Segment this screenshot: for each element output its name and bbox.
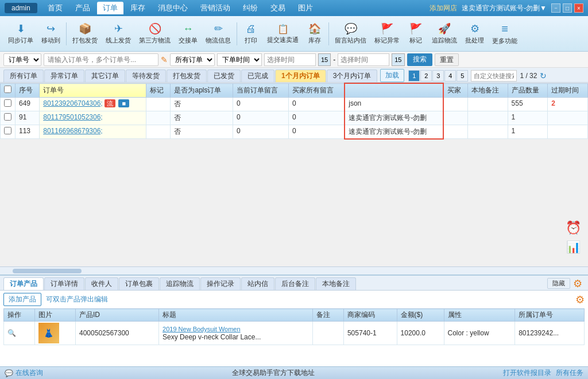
edit-icon[interactable]: ✎ xyxy=(161,55,168,64)
toolbar-online-ship[interactable]: ✈ 线上发货 xyxy=(102,21,134,47)
toolbar-message[interactable]: 💬 留言站内信 xyxy=(331,21,370,47)
alarm-icon[interactable]: ⏰ xyxy=(566,221,581,235)
date-start-calendar[interactable]: 15 xyxy=(318,53,331,66)
search-product-icon[interactable]: 🔍 xyxy=(7,329,16,337)
chart-icon[interactable]: 📊 xyxy=(566,240,581,254)
online-consult[interactable]: 💬 在线咨询 xyxy=(5,368,43,378)
settings-icon[interactable]: ⚙ xyxy=(573,277,582,290)
product-col-id: 产品ID xyxy=(76,309,159,322)
toolbar-batch[interactable]: ⚙ 批处理 xyxy=(462,21,488,47)
add-product-button[interactable]: 添加产品 xyxy=(3,293,41,306)
product-action-cell[interactable]: 🔍 xyxy=(4,322,35,345)
select-all-checkbox[interactable] xyxy=(4,86,11,93)
order-type-select[interactable]: 所有订单 xyxy=(170,53,215,66)
tab-all-orders[interactable]: 所有订单 xyxy=(3,69,44,82)
bottom-tab-details[interactable]: 订单详情 xyxy=(44,277,84,290)
hide-panel-button[interactable]: 隐藏 xyxy=(547,278,570,289)
product-col-attr: 属性 xyxy=(444,309,515,322)
tab-completed[interactable]: 已完成 xyxy=(241,69,274,82)
load-button[interactable]: 加载 xyxy=(380,69,404,82)
search-input[interactable] xyxy=(44,53,158,66)
row-checkbox[interactable] xyxy=(1,111,16,125)
open-dir-button[interactable]: 打开软件报目录 xyxy=(503,368,551,378)
add-store-link[interactable]: 添加网店 xyxy=(430,3,457,13)
tab-abnormal-orders[interactable]: 异常订单 xyxy=(44,69,84,82)
bottom-tab-receiver[interactable]: 收件人 xyxy=(85,277,118,290)
row-local-note xyxy=(467,97,508,111)
toolbar-pack[interactable]: 📦 打包发货 xyxy=(69,21,101,47)
search-button[interactable]: 搜索 xyxy=(407,53,432,66)
toolbar-print[interactable]: 🖨 打印 xyxy=(239,21,262,47)
toolbar-handover[interactable]: ↔ 交接单 xyxy=(175,21,201,47)
bottom-panel: 订单产品 订单详情 收件人 订单包裹 追踪物流 操作记录 站内信 后台备注 本地… xyxy=(0,274,588,366)
tab-packed[interactable]: 打包发货 xyxy=(167,69,207,82)
bottom-tab-tracking[interactable]: 追踪物流 xyxy=(160,277,200,290)
toolbar-stock[interactable]: 🏠 库存 xyxy=(303,21,326,47)
nav-marketing[interactable]: 营销活动 xyxy=(195,2,236,14)
order-link[interactable]: 801239206704306; xyxy=(43,99,102,107)
nav-order[interactable]: 订单 xyxy=(97,2,123,14)
minimize-button[interactable]: － xyxy=(551,3,560,13)
col-expiry: 过期时间 xyxy=(548,83,588,97)
refresh-button[interactable]: ↻ xyxy=(540,71,547,80)
nav-inventory[interactable]: 库存 xyxy=(125,2,151,14)
toolbar-flag-abnormal[interactable]: 🚩 标记异常 xyxy=(371,21,403,47)
toolbar-third-party[interactable]: 🚫 第三方物流 xyxy=(136,21,174,47)
toolbar-logistics[interactable]: ✏ 物流信息 xyxy=(202,21,234,47)
reset-button[interactable]: 重置 xyxy=(435,53,459,66)
bottom-tab-message[interactable]: 站内信 xyxy=(241,277,274,290)
product-merchant-code-cell: 505740-1 xyxy=(343,322,397,345)
bottom-tab-admin-note[interactable]: 后台备注 xyxy=(275,277,315,290)
page-1[interactable]: 1 xyxy=(408,70,420,82)
nav-trade[interactable]: 交易 xyxy=(265,2,291,14)
bottom-settings-icon[interactable]: ⚙ xyxy=(575,293,585,306)
bottom-tab-local-note[interactable]: 本地备注 xyxy=(316,277,356,290)
bottom-tab-package[interactable]: 订单包裹 xyxy=(119,277,159,290)
field-select[interactable]: 订单号 xyxy=(3,53,41,66)
toolbar-submit[interactable]: 📋 提交速卖通 xyxy=(264,22,302,46)
page-3[interactable]: 3 xyxy=(432,70,444,82)
date-end-calendar[interactable]: 15 xyxy=(392,53,404,66)
horizontal-scrollbar[interactable] xyxy=(0,266,588,274)
move-icon: ↪ xyxy=(47,22,55,35)
nav-home[interactable]: 首页 xyxy=(42,2,68,14)
bottom-tab-operation[interactable]: 操作记录 xyxy=(200,277,241,290)
order-link[interactable]: 801166968679306; xyxy=(43,127,102,135)
page-4[interactable]: 4 xyxy=(444,70,456,82)
close-button[interactable]: × xyxy=(574,3,583,13)
maximize-button[interactable]: □ xyxy=(563,3,572,13)
nav-product[interactable]: 产品 xyxy=(69,2,96,14)
admin-badge: admin xyxy=(5,3,37,13)
nav-dispute[interactable]: 纠纷 xyxy=(237,2,264,14)
row-checkbox[interactable] xyxy=(1,97,16,111)
all-tasks-button[interactable]: 所有任务 xyxy=(556,368,583,378)
order-link[interactable]: 801179501052306; xyxy=(43,113,102,121)
toolbar-move[interactable]: ↪ 移动到 xyxy=(38,21,64,47)
tab-shipped[interactable]: 已发货 xyxy=(207,69,241,82)
nav-image[interactable]: 图片 xyxy=(292,2,319,14)
page-5[interactable]: 5 xyxy=(457,70,468,82)
page-2[interactable]: 2 xyxy=(420,70,432,82)
bottom-tab-products[interactable]: 订单产品 xyxy=(3,277,44,290)
nav-message[interactable]: 消息中心 xyxy=(152,2,194,14)
tab-waiting-ship[interactable]: 等待发货 xyxy=(126,69,166,82)
row-store: json xyxy=(345,97,443,111)
row-checkbox[interactable] xyxy=(1,125,16,139)
toolbar-flag[interactable]: 🚩 标记 xyxy=(404,21,427,47)
date-end-input[interactable] xyxy=(338,53,389,66)
tab-3month[interactable]: 3个月内订单 xyxy=(327,69,378,82)
stock-icon: 🏠 xyxy=(308,22,321,35)
nav-menu: 首页 产品 订单 库存 消息中心 营销活动 纠纷 交易 图片 xyxy=(42,2,319,14)
toolbar-sync[interactable]: ⬇ 同步订单 xyxy=(5,21,37,47)
toolbar-more[interactable]: ≡ 更多功能 xyxy=(489,21,521,47)
flag-abnormal-label: 标记异常 xyxy=(374,36,400,45)
tab-1month[interactable]: 1个月内订单 xyxy=(275,69,326,82)
product-title-link[interactable]: 2019 New Bodysuit Women xyxy=(163,326,241,332)
orders-table-container[interactable]: 序号 订单号 标记 是否为apls订单 当前订单留言 买家所有留言 买家 本地备… xyxy=(0,83,588,266)
time-type-select[interactable]: 下单时间 xyxy=(217,53,262,66)
date-start-input[interactable] xyxy=(264,53,316,66)
product-col-order-no: 所属订单号 xyxy=(515,309,585,322)
quick-search-input[interactable] xyxy=(471,70,517,82)
toolbar-track[interactable]: 🚀 追踪物流 xyxy=(428,21,461,47)
tab-other-orders[interactable]: 其它订单 xyxy=(85,69,125,82)
